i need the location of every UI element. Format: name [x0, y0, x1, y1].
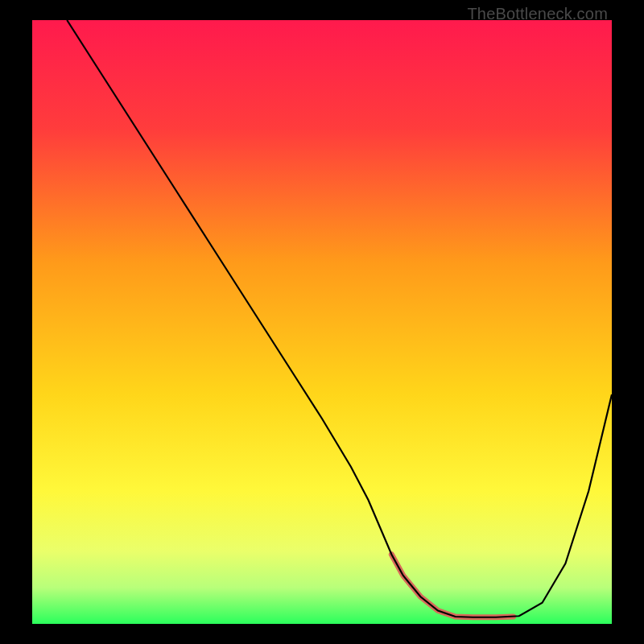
bottleneck-plot — [32, 20, 612, 624]
chart-area — [32, 20, 612, 624]
gradient-background — [32, 20, 612, 624]
